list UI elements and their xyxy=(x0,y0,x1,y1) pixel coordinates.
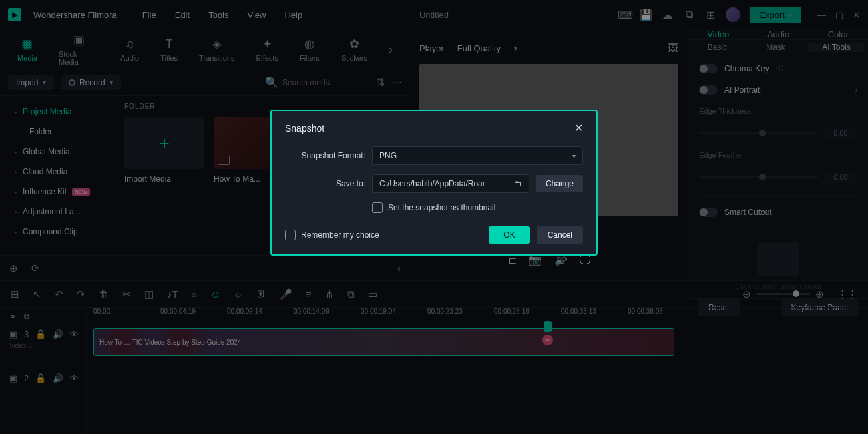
snapshot-dialog: Snapshot ✕ Snapshot Format: PNG▾ Save to… xyxy=(270,110,598,256)
folder-icon[interactable]: 🗀 xyxy=(514,179,522,188)
close-dialog-button[interactable]: ✕ xyxy=(574,122,583,134)
set-thumbnail-checkbox[interactable] xyxy=(372,202,383,213)
format-select[interactable]: PNG▾ xyxy=(372,146,583,165)
cancel-button[interactable]: Cancel xyxy=(537,226,583,244)
remember-checkbox[interactable] xyxy=(285,230,296,240)
modal-backdrop: Snapshot ✕ Snapshot Format: PNG▾ Save to… xyxy=(0,0,868,434)
save-path-field[interactable]: C:/Users/habib/AppData/Roar🗀 xyxy=(372,174,529,193)
change-button[interactable]: Change xyxy=(536,175,583,192)
format-label: Snapshot Format: xyxy=(285,151,365,160)
set-thumbnail-label: Set the snapshot as thumbnail xyxy=(388,203,495,212)
remember-label: Remember my choice xyxy=(301,230,379,240)
ok-button[interactable]: OK xyxy=(489,226,529,244)
save-to-label: Save to: xyxy=(285,179,365,188)
dialog-title: Snapshot xyxy=(285,123,324,134)
